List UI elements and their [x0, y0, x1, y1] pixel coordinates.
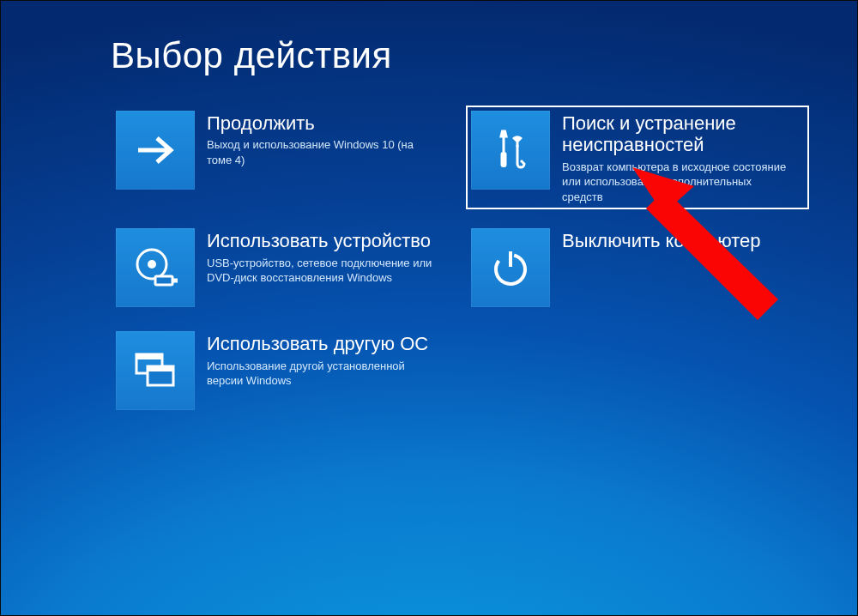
option-shutdown[interactable]: Выключить компьютер [466, 223, 809, 312]
option-use-device-text: Использовать устройство USB-устройство, … [207, 228, 438, 285]
option-other-os[interactable]: Использовать другую ОС Использование дру… [111, 326, 454, 415]
choose-option-screen: Выбор действия Продолжить Выход и исполь… [1, 1, 857, 615]
option-troubleshoot[interactable]: Поиск и устранение неисправностей Возвра… [466, 106, 809, 209]
svg-rect-0 [501, 152, 507, 167]
svg-point-2 [148, 260, 156, 269]
option-shutdown-title: Выключить компьютер [562, 230, 761, 251]
option-other-os-text: Использовать другую ОС Использование дру… [207, 331, 438, 388]
svg-rect-3 [155, 276, 172, 285]
windows-stack-icon [116, 331, 195, 410]
option-other-os-desc: Использование другой установленной верси… [207, 359, 438, 389]
option-use-device-desc: USB-устройство, сетевое подключение или … [207, 256, 438, 286]
option-shutdown-text: Выключить компьютер [562, 228, 761, 255]
arrow-right-icon [116, 111, 195, 190]
svg-rect-4 [172, 279, 178, 283]
page-title: Выбор действия [111, 35, 857, 76]
option-continue-text: Продолжить Выход и использование Windows… [207, 111, 438, 167]
svg-rect-10 [148, 366, 173, 371]
options-grid: Продолжить Выход и использование Windows… [111, 106, 857, 415]
disc-usb-icon [116, 228, 195, 307]
power-icon [471, 228, 550, 307]
option-troubleshoot-desc: Возврат компьютера в исходное состояние … [562, 160, 794, 205]
option-use-device[interactable]: Использовать устройство USB-устройство, … [111, 223, 454, 312]
option-continue[interactable]: Продолжить Выход и использование Windows… [111, 106, 454, 195]
option-continue-title: Продолжить [207, 112, 438, 134]
svg-rect-8 [136, 354, 162, 359]
tools-icon [471, 111, 550, 190]
option-troubleshoot-text: Поиск и устранение неисправностей Возвра… [562, 111, 794, 204]
option-troubleshoot-title: Поиск и устранение неисправностей [562, 112, 794, 156]
option-use-device-title: Использовать устройство [207, 230, 438, 251]
option-continue-desc: Выход и использование Windows 10 (на том… [207, 137, 438, 167]
option-other-os-title: Использовать другую ОС [207, 333, 438, 354]
